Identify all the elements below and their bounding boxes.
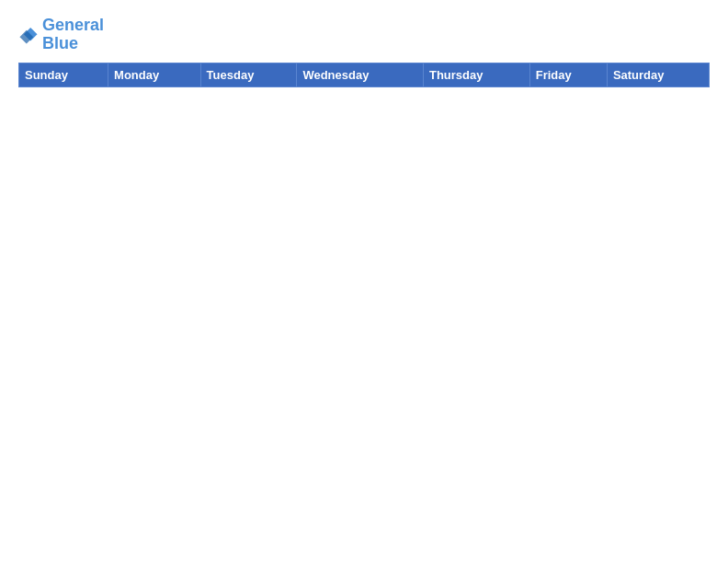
- header-friday: Friday: [529, 63, 607, 86]
- logo-text-general: General: [42, 17, 104, 35]
- calendar-table: Sunday Monday Tuesday Wednesday Thursday…: [18, 63, 710, 550]
- calendar-header-row: Sunday Monday Tuesday Wednesday Thursday…: [19, 63, 710, 86]
- header-monday: Monday: [108, 63, 201, 86]
- header-sunday: Sunday: [19, 63, 108, 86]
- logo-text-blue: Blue: [42, 35, 104, 53]
- header-wednesday: Wednesday: [297, 63, 424, 86]
- header: General Blue: [18, 17, 710, 53]
- logo-icon: [18, 25, 39, 45]
- header-saturday: Saturday: [607, 63, 709, 86]
- page: General Blue Sunday Monday Tuesday Wedne…: [0, 0, 728, 563]
- header-tuesday: Tuesday: [200, 63, 297, 86]
- header-thursday: Thursday: [423, 63, 529, 86]
- logo: General Blue: [18, 17, 104, 53]
